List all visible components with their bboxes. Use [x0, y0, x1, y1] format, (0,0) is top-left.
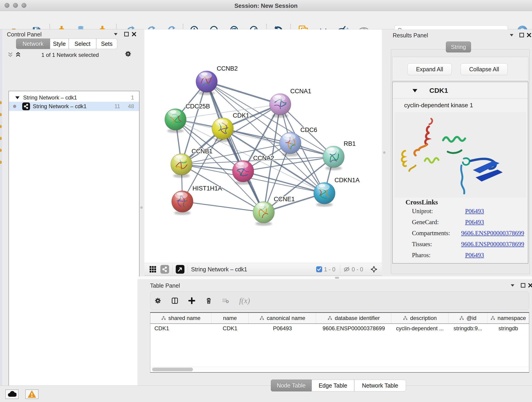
tab-node-table[interactable]: Node Table — [271, 380, 312, 391]
network-canvas[interactable]: CCNB2CCNA1CDC25BCDK1CDC6RB1CCNB1CCNA2CDK… — [144, 29, 382, 263]
birds-eye-view-icon[interactable] — [176, 265, 184, 274]
edge-HIST1H1A-CCNE1[interactable] — [182, 201, 264, 212]
table-cell[interactable]: CDK1 — [150, 324, 211, 333]
close-panel-icon[interactable] — [526, 32, 532, 38]
float-window-icon[interactable] — [520, 282, 526, 289]
splitter-grip[interactable] — [335, 277, 339, 279]
warning-status-icon[interactable] — [25, 389, 38, 399]
table-cell[interactable]: stringdb:9... — [448, 324, 487, 333]
float-menu-icon[interactable] — [508, 32, 515, 38]
column-header--id[interactable]: @id — [448, 313, 487, 323]
tab-string-results[interactable]: String — [446, 41, 471, 52]
column-header-shared-name[interactable]: shared name — [150, 313, 211, 323]
table-cell[interactable]: CDK1 — [211, 324, 249, 333]
pan-crosshair-icon[interactable] — [370, 266, 377, 273]
tab-style[interactable]: Style — [50, 38, 69, 49]
node-table[interactable]: shared namenamecanonical namedatabase id… — [150, 312, 529, 373]
close-panel-icon[interactable] — [131, 31, 138, 38]
column-label: name — [223, 315, 237, 321]
window-title: Session: New Session — [0, 2, 532, 9]
selected-checkbox-icon[interactable] — [316, 266, 323, 273]
network-view-toolbar: String Network – cdk1 1 - 0 0 - 0 — [144, 263, 382, 276]
expand-all-button[interactable]: Expand All — [407, 63, 452, 75]
node-CDC6[interactable]: CDC6 — [279, 127, 317, 157]
node-CDK1[interactable]: CDK1 — [212, 112, 249, 142]
table-cell[interactable]: cyclin-dependent ... — [391, 324, 449, 333]
horizontal-splitter[interactable] — [138, 276, 532, 279]
node-RB1[interactable]: RB1 — [323, 140, 356, 170]
node-HIST1H1A[interactable]: HIST1H1A — [172, 185, 222, 215]
crosslink-link[interactable]: P06493 — [465, 252, 484, 259]
edge-CCNB2-CCNE1[interactable] — [207, 82, 264, 212]
network-graph[interactable]: CCNB2CCNA1CDC25BCDK1CDC6RB1CCNB1CCNA2CDK… — [144, 29, 382, 263]
network-share-icon[interactable] — [160, 265, 169, 274]
crosslink-label: Tissues: — [412, 241, 461, 248]
table-row[interactable]: CDK1CDK1P064939606.ENSP00000378699cyclin… — [150, 324, 529, 333]
node-CCNE1[interactable]: CCNE1 — [253, 196, 295, 226]
delete-column-icon[interactable] — [205, 297, 212, 304]
crosslink-link[interactable]: 9606.ENSP00000378699 — [461, 241, 524, 248]
table-tabs: Node TableEdge TableNetwork Table — [271, 380, 406, 391]
crosslink-row: Tissues:9606.ENSP00000378699 — [412, 241, 524, 248]
column-header-description[interactable]: description — [391, 313, 449, 323]
table-settings-gear-icon[interactable] — [154, 297, 161, 304]
column-header-canonical-name[interactable]: canonical name — [249, 313, 316, 323]
crosslink-row: Uniprot:P06493 — [412, 208, 524, 215]
collapse-section-icon[interactable] — [412, 87, 418, 94]
column-label: database identifier — [335, 315, 380, 321]
float-menu-icon[interactable] — [112, 31, 119, 38]
grid-view-icon[interactable] — [149, 266, 156, 273]
table-cell[interactable]: stringdb — [487, 324, 529, 333]
status-bar: Memory — [0, 385, 532, 402]
edge-CCNB2-CCNA1[interactable] — [207, 82, 280, 104]
tree-root-row[interactable]: String Network – cdk11 — [9, 94, 139, 102]
node-CCNB2[interactable]: CCNB2 — [196, 65, 238, 95]
hierarchy-icon — [327, 316, 332, 320]
column-header-name[interactable]: name — [211, 313, 249, 323]
column-label: namespace — [498, 315, 526, 321]
add-column-icon[interactable] — [188, 297, 195, 304]
tree-network-row-selected[interactable]: String Network – cdk11148 — [9, 102, 139, 111]
collapse-all-button[interactable]: Collapse All — [461, 63, 508, 75]
tab-network-table[interactable]: Network Table — [354, 380, 406, 391]
crosslink-link[interactable]: 9606.ENSP00000378699 — [461, 230, 524, 237]
left-splitter-handle[interactable] — [140, 206, 143, 209]
hidden-eye-icon[interactable] — [343, 266, 350, 273]
separator — [188, 265, 188, 274]
tab-network[interactable]: Network — [16, 38, 50, 49]
float-window-icon[interactable] — [123, 31, 130, 38]
crosslink-label: Uniprot: — [412, 208, 465, 215]
hierarchy-icon — [403, 316, 408, 320]
scrollbar-thumb[interactable] — [152, 368, 193, 371]
cloud-status-icon[interactable] — [5, 389, 19, 399]
crosslinks-header: CrossLinks — [405, 198, 438, 206]
node-label-CCNA1: CCNA1 — [290, 88, 311, 95]
table-horizontal-scrollbar[interactable] — [151, 367, 529, 372]
tab-select[interactable]: Select — [69, 38, 96, 49]
table-cell[interactable]: 9606.ENSP00000378699 — [316, 324, 391, 333]
column-header-database-identifier[interactable]: database identifier — [316, 313, 391, 323]
float-window-icon[interactable] — [518, 32, 525, 38]
node-CDKN1A[interactable]: CDKN1A — [314, 177, 360, 207]
crosslink-link[interactable]: P06493 — [465, 219, 484, 226]
string-share-badge-icon — [22, 102, 30, 110]
crosslink-link[interactable]: P06493 — [465, 208, 484, 215]
tab-sets[interactable]: Sets — [96, 38, 117, 49]
network-options-gear-icon[interactable] — [125, 51, 132, 57]
crosslink-label: Pharos: — [412, 252, 465, 259]
column-header-namespace[interactable]: namespace — [487, 313, 529, 323]
crosslink-row: GeneCard:P06493 — [412, 219, 524, 226]
collapse-caret-icon[interactable] — [15, 95, 20, 100]
function-builder-icon[interactable]: f(x) — [239, 296, 250, 305]
float-menu-icon[interactable] — [509, 282, 516, 289]
close-panel-icon[interactable] — [527, 282, 532, 289]
results-panel-title: Results Panel — [393, 32, 428, 39]
right-splitter-handle[interactable] — [383, 151, 386, 154]
hierarchy-icon — [161, 316, 166, 320]
tab-edge-table[interactable]: Edge Table — [312, 380, 354, 391]
node-label-RB1: RB1 — [344, 140, 356, 147]
table-cell[interactable]: P06493 — [249, 324, 317, 333]
node-CCNA1[interactable]: CCNA1 — [269, 88, 311, 118]
delete-table-icon[interactable] — [222, 297, 229, 304]
show-columns-icon[interactable] — [171, 297, 178, 304]
